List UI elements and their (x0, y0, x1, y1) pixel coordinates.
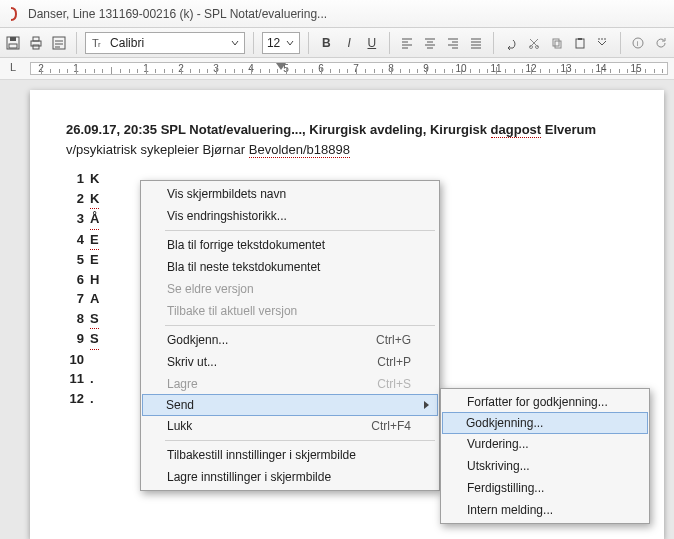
toolbar-sep (76, 32, 77, 54)
checklist-icon[interactable] (50, 32, 69, 54)
menu-item[interactable]: Ferdigstilling... (443, 477, 647, 499)
list-item-text: K (90, 169, 99, 189)
menu-item[interactable]: Vis skjermbildets navn (143, 183, 437, 205)
menu-item-label: Ferdigstilling... (467, 481, 544, 495)
list-item-text: . (90, 389, 94, 409)
list-item-number: 8 (66, 309, 84, 330)
menu-item[interactable]: Godkjenning... (442, 412, 648, 434)
print-icon[interactable] (27, 32, 46, 54)
paste-icon[interactable] (570, 32, 589, 54)
menu-shortcut: Ctrl+F4 (371, 419, 411, 433)
menu-item-label: Tilbake til aktuell versjon (167, 304, 297, 318)
list-item-text: S (90, 329, 99, 350)
doc-head-line2a: v/psykiatrisk sykepleier Bjørnar (66, 142, 249, 157)
copy-icon[interactable] (547, 32, 566, 54)
font-size-value: 12 (267, 36, 283, 50)
list-item-number: 3 (66, 209, 84, 230)
menu-item[interactable]: Skriv ut...Ctrl+P (143, 351, 437, 373)
list-item-number: 2 (66, 189, 84, 210)
chevron-down-icon (283, 39, 297, 47)
list-item-number: 5 (66, 250, 84, 270)
font-size-select[interactable]: 12 (262, 32, 300, 54)
list-item-number: 7 (66, 289, 84, 309)
menu-shortcut: Ctrl+S (377, 377, 411, 391)
menu-item-label: Utskriving... (467, 459, 530, 473)
list-item-text: A (90, 289, 99, 309)
list-item-number: 10 (66, 350, 84, 370)
menu-item[interactable]: Lagre innstillinger i skjermbilde (143, 466, 437, 488)
menu-item-label: Skriv ut... (167, 355, 217, 369)
menu-item-label: Tilbakestill innstillinger i skjermbilde (167, 448, 356, 462)
menu-item[interactable]: Vis endringshistorikk... (143, 205, 437, 227)
menu-item-label: Lagre innstillinger i skjermbilde (167, 470, 331, 484)
menu-item-label: Lukk (167, 419, 192, 433)
info-icon[interactable]: i (628, 32, 647, 54)
more-icon[interactable] (593, 32, 612, 54)
menu-item-label: Forfatter for godkjenning... (467, 395, 608, 409)
window-title: Danser, Line 131169-00216 (k) - SPL Nota… (28, 7, 327, 21)
toolbar-sep (620, 32, 621, 54)
menu-item[interactable]: Send (142, 394, 438, 416)
menu-item[interactable]: Tilbakestill innstillinger i skjermbilde (143, 444, 437, 466)
menu-item[interactable]: Bla til neste tekstdokumentet (143, 256, 437, 278)
menu-item-label: Intern melding... (467, 503, 553, 517)
refresh-icon[interactable] (651, 32, 670, 54)
menu-item: Se eldre versjon (143, 278, 437, 300)
font-family-icon: Tr (90, 36, 106, 50)
svg-rect-2 (9, 44, 17, 48)
undo-icon[interactable] (502, 32, 521, 54)
context-submenu-send[interactable]: Forfatter for godkjenning...Godkjenning.… (440, 388, 650, 524)
ruler-scale[interactable]: 21123456789101112131415 (30, 62, 668, 75)
align-center-icon[interactable] (421, 32, 440, 54)
doc-head-dagpost: dagpost (491, 122, 542, 138)
menu-item[interactable]: Bla til forrige tekstdokumentet (143, 234, 437, 256)
menu-item-label: Vis skjermbildets navn (167, 187, 286, 201)
menu-item[interactable]: Godkjenn...Ctrl+G (143, 329, 437, 351)
ruler: L 21123456789101112131415 (0, 58, 674, 80)
svg-rect-13 (576, 39, 584, 48)
align-right-icon[interactable] (444, 32, 463, 54)
bold-button[interactable]: B (317, 32, 336, 54)
chevron-down-icon (228, 39, 242, 47)
toolbar-sep (389, 32, 390, 54)
font-family-value: Calibri (106, 36, 228, 50)
svg-text:r: r (98, 40, 101, 49)
menu-item[interactable]: Forfatter for godkjenning... (443, 391, 647, 413)
font-family-select[interactable]: Tr Calibri (85, 32, 245, 54)
menu-item-label: Godkjenning... (466, 416, 543, 430)
menu-item[interactable]: Utskriving... (443, 455, 647, 477)
context-menu[interactable]: Vis skjermbildets navnVis endringshistor… (140, 180, 440, 491)
menu-item-label: Godkjenn... (167, 333, 228, 347)
svg-point-10 (536, 45, 539, 48)
align-left-icon[interactable] (398, 32, 417, 54)
menu-item: LagreCtrl+S (143, 373, 437, 395)
svg-rect-4 (33, 37, 39, 41)
list-item-number: 12 (66, 389, 84, 409)
save-icon[interactable] (4, 32, 23, 54)
menu-item-label: Se eldre versjon (167, 282, 254, 296)
submenu-arrow-icon (424, 401, 429, 409)
toolbar-sep (308, 32, 309, 54)
document-header: 26.09.17, 20:35 SPL Notat/evaluering...,… (66, 120, 628, 159)
svg-rect-14 (578, 38, 582, 40)
svg-text:i: i (636, 39, 638, 48)
list-item-number: 11 (66, 369, 84, 389)
menu-item-label: Bla til neste tekstdokumentet (167, 260, 320, 274)
doc-head-author: Bevolden/b18898 (249, 142, 350, 158)
doc-head-line1a: 26.09.17, 20:35 SPL Notat/evaluering...,… (66, 122, 491, 137)
list-item-text: S (90, 309, 99, 330)
underline-button[interactable]: U (362, 32, 381, 54)
menu-item[interactable]: Intern melding... (443, 499, 647, 521)
menu-item[interactable]: Vurdering... (443, 433, 647, 455)
menu-item[interactable]: LukkCtrl+F4 (143, 415, 437, 437)
cut-icon[interactable] (525, 32, 544, 54)
svg-rect-11 (553, 39, 559, 46)
align-justify-icon[interactable] (466, 32, 485, 54)
menu-item-label: Vurdering... (467, 437, 529, 451)
list-item-text: E (90, 230, 99, 251)
italic-button[interactable]: I (340, 32, 359, 54)
ruler-indent-marker[interactable] (276, 63, 286, 70)
app-icon (6, 6, 22, 22)
svg-rect-12 (555, 41, 561, 48)
doc-head-line1b: Elverum (541, 122, 596, 137)
